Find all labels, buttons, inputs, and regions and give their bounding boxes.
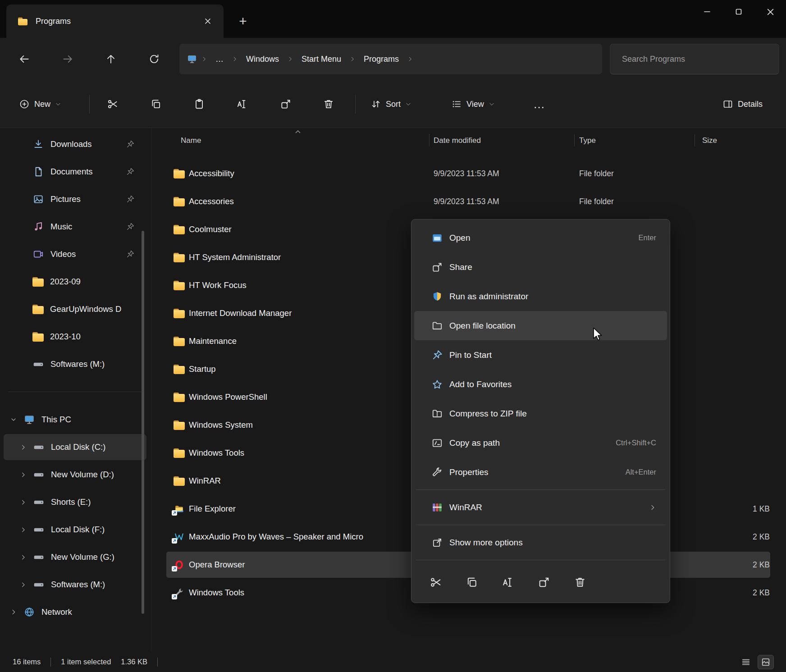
cut-button[interactable]: [100, 91, 125, 117]
sidebar-item-new-volume-g[interactable]: New Volume (G:): [4, 544, 146, 570]
selection-size: 1.36 KB: [121, 658, 147, 666]
context-menu-item-properties[interactable]: Properties Alt+Enter: [414, 457, 667, 487]
sidebar-item-label: Videos: [50, 249, 119, 259]
chevron-right-icon[interactable]: [20, 526, 27, 533]
file-row[interactable]: Accessibility 9/9/2023 11:53 AM File fol…: [151, 160, 786, 187]
paste-button[interactable]: [187, 91, 212, 117]
chevron-down-icon[interactable]: [10, 416, 17, 423]
status-bar: 16 items 1 item selected 1.36 KB: [0, 652, 786, 672]
breadcrumb-item-start-menu[interactable]: Start Menu: [296, 51, 347, 68]
menu-item-label: Compress to ZIP file: [449, 409, 527, 419]
copy-button[interactable]: [143, 91, 169, 117]
explorer-tab[interactable]: Programs: [6, 5, 224, 38]
sidebar-item-local-disk-c[interactable]: Local Disk (C:): [4, 434, 146, 460]
column-divider[interactable]: [429, 134, 430, 146]
sidebar-item-shorts-e[interactable]: Shorts (E:): [4, 489, 146, 515]
thumbnail-view-toggle[interactable]: [758, 655, 773, 669]
breadcrumb-overflow[interactable]: …: [210, 51, 229, 68]
column-header-size[interactable]: Size: [702, 136, 717, 145]
sidebar-item-this-pc[interactable]: This PC: [4, 407, 146, 433]
chevron-right-icon[interactable]: [20, 471, 27, 478]
sidebar-item-label: Downloads: [50, 139, 119, 149]
breadcrumb-item-programs[interactable]: Programs: [358, 51, 404, 68]
context-menu-item-show-more-options[interactable]: Show more options: [414, 528, 667, 557]
file-size: 2 KB: [717, 523, 770, 551]
new-button[interactable]: New: [12, 91, 69, 117]
sidebar-item-2023-10[interactable]: 2023-10: [4, 324, 146, 350]
column-header-type[interactable]: Type: [579, 136, 596, 145]
share-button[interactable]: [538, 576, 550, 589]
tab-close-icon[interactable]: [200, 14, 215, 29]
sidebar-item-videos[interactable]: Videos: [4, 241, 146, 267]
view-button[interactable]: View: [444, 91, 502, 117]
close-button[interactable]: [754, 0, 786, 23]
context-menu-item-compress-to-zip[interactable]: Compress to ZIP file: [414, 399, 667, 428]
context-menu: Open Enter Share Run as administrator Op…: [411, 219, 670, 603]
column-divider[interactable]: [695, 134, 695, 146]
sidebar-item-downloads[interactable]: Downloads: [4, 131, 146, 157]
file-name: Internet Download Manager: [189, 308, 292, 318]
rename-button[interactable]: [502, 576, 514, 589]
menu-item-shortcut: Enter: [639, 233, 656, 242]
file-row[interactable]: Accessories 9/9/2023 11:53 AM File folde…: [151, 187, 786, 215]
sidebar-item-network[interactable]: Network: [4, 599, 146, 625]
folder-icon: [18, 17, 27, 25]
refresh-button[interactable]: [140, 45, 169, 73]
copy-button[interactable]: [466, 576, 478, 589]
search-input[interactable]: [622, 55, 767, 64]
column-header-date-modified[interactable]: Date modified: [434, 136, 481, 145]
share-button[interactable]: [273, 91, 298, 117]
details-pane-button[interactable]: Details: [715, 91, 770, 117]
details-view-toggle[interactable]: [738, 655, 754, 669]
sort-button[interactable]: Sort: [363, 91, 419, 117]
chevron-right-icon[interactable]: [20, 581, 27, 588]
folder-icon: [174, 225, 185, 234]
sidebar-item-gearupwindows[interactable]: GearUpWindows D: [4, 296, 146, 322]
context-menu-item-run-as-administrator[interactable]: Run as administrator: [414, 282, 667, 311]
sidebar-item-documents[interactable]: Documents: [4, 159, 146, 185]
more-options-button[interactable]: …: [526, 91, 552, 117]
sidebar-item-softwares-m[interactable]: Softwares (M:): [4, 351, 146, 377]
sidebar-item-new-volume-d[interactable]: New Volume (D:): [4, 462, 146, 488]
chevron-down-icon: [405, 101, 411, 107]
pin-icon: [126, 140, 135, 149]
maximize-button[interactable]: [723, 0, 754, 23]
sort-icon: [370, 99, 381, 110]
sidebar-item-2023-09[interactable]: 2023-09: [4, 269, 146, 295]
delete-button[interactable]: [574, 576, 586, 589]
sidebar-scrollbar[interactable]: [142, 231, 144, 614]
context-menu-item-open[interactable]: Open Enter: [414, 223, 667, 252]
sidebar-item-local-disk-f[interactable]: Local Disk (F:): [4, 517, 146, 543]
rename-button[interactable]: [229, 91, 255, 117]
minimize-button[interactable]: [691, 0, 723, 23]
context-menu-item-open-file-location[interactable]: Open file location: [414, 311, 667, 340]
forward-button[interactable]: [53, 45, 82, 73]
column-divider[interactable]: [574, 134, 575, 146]
cut-button[interactable]: [430, 576, 442, 589]
sidebar-item-softwares-m-drive[interactable]: Softwares (M:): [4, 571, 146, 598]
pin-icon: [126, 250, 135, 259]
file-explorer-window: Programs +: [0, 0, 786, 672]
context-menu-item-copy-as-path[interactable]: Copy as path Ctrl+Shift+C: [414, 428, 667, 457]
details-button-label: Details: [738, 100, 763, 109]
breadcrumb-item-windows[interactable]: Windows: [241, 51, 284, 68]
up-button[interactable]: [96, 45, 125, 73]
menu-item-label: Properties: [449, 467, 489, 477]
sidebar-item-pictures[interactable]: Pictures: [4, 186, 146, 212]
delete-button[interactable]: [316, 91, 341, 117]
new-tab-button[interactable]: +: [233, 11, 253, 32]
context-menu-item-pin-to-start[interactable]: Pin to Start: [414, 340, 667, 370]
details-pane-icon: [722, 99, 733, 110]
chevron-right-icon[interactable]: [20, 499, 27, 506]
context-menu-item-winrar[interactable]: WinRAR: [414, 493, 667, 522]
this-pc-icon[interactable]: [186, 54, 198, 64]
chevron-right-icon[interactable]: [20, 554, 27, 561]
file-date: 9/9/2023 11:53 AM: [434, 187, 499, 215]
back-button[interactable]: [10, 45, 39, 73]
chevron-right-icon[interactable]: [20, 444, 27, 451]
chevron-right-icon[interactable]: [10, 608, 17, 616]
column-header-name[interactable]: Name: [181, 136, 201, 145]
context-menu-item-add-to-favorites[interactable]: Add to Favorites: [414, 370, 667, 399]
context-menu-item-share[interactable]: Share: [414, 252, 667, 282]
sidebar-item-music[interactable]: Music: [4, 214, 146, 240]
